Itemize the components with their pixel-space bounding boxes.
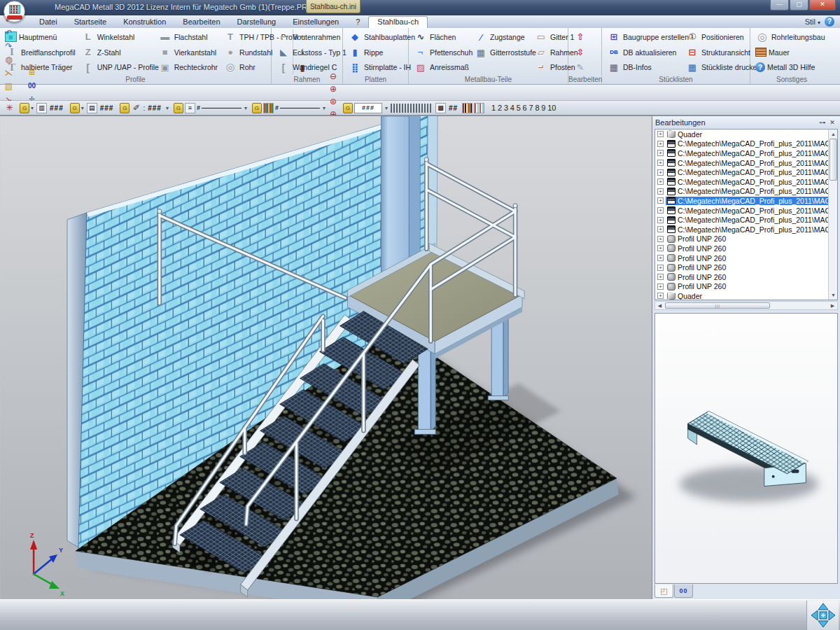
ini-file-tab[interactable]: Stahlbau-ch.ini xyxy=(306,0,360,13)
view-preset-button[interactable]: 3 xyxy=(504,104,508,112)
expand-icon[interactable]: + xyxy=(657,284,664,290)
color-swatch[interactable] xyxy=(407,104,409,113)
schnitt-bearbeiten-button[interactable] xyxy=(571,59,592,75)
expand-icon[interactable]: + xyxy=(657,141,664,147)
view-preset-button[interactable]: 6 xyxy=(523,104,527,112)
rahmen-button[interactable]: Rahmen xyxy=(532,45,568,60)
minimize-button[interactable]: — xyxy=(770,0,789,10)
mauer-button[interactable]: Mauer xyxy=(753,45,827,60)
strukturansicht-button[interactable]: Strukturansicht xyxy=(683,45,752,60)
tab-positions[interactable]: 00 xyxy=(674,584,693,598)
box-select-icon[interactable]: ▧ xyxy=(2,79,15,92)
layer-value-dropdown[interactable]: ### xyxy=(354,103,382,113)
menu-startseite[interactable]: Startseite xyxy=(66,17,115,27)
layer-bars-icon[interactable] xyxy=(474,103,484,113)
viewport-3d[interactable]: Z Y X xyxy=(0,115,652,599)
group2-mode-icon[interactable]: ▤ xyxy=(87,103,97,113)
view-preset-button[interactable]: 2 xyxy=(498,104,502,112)
view-preset-button[interactable]: 1 xyxy=(491,104,496,112)
menu-bearbeiten[interactable]: Bearbeiten xyxy=(174,17,228,27)
tab-preview[interactable]: ◰ xyxy=(654,584,673,598)
traeger-verschieben-button[interactable] xyxy=(571,45,592,60)
hscrollbar-thumb[interactable]: ||| xyxy=(665,302,770,309)
tree-item[interactable]: + Profil UNP 260 xyxy=(655,282,828,292)
tree-item[interactable]: + C:\Megatech\MegaCAD_Profi_plus_2011\MA… xyxy=(655,177,828,187)
expand-icon[interactable]: + xyxy=(657,274,664,280)
pfosten-button[interactable]: Pfosten xyxy=(532,59,568,75)
expand-icon[interactable]: + xyxy=(657,131,664,137)
style-selector[interactable]: Stil ▾ xyxy=(805,18,820,26)
snap-star-button[interactable]: ✳ xyxy=(3,102,16,115)
stueckliste-drucken-button[interactable]: Stückliste drucken xyxy=(683,59,752,75)
maximize-button[interactable]: ▢ xyxy=(790,0,808,10)
expand-icon[interactable]: + xyxy=(657,169,664,176)
tree-item[interactable]: + Profil UNP 260 xyxy=(655,234,828,244)
traeger-verlaengern-button[interactable] xyxy=(571,29,592,45)
expand-icon[interactable]: + xyxy=(657,226,664,232)
vierkantstahl-button[interactable]: Vierkantstahl xyxy=(156,45,220,60)
tree-item[interactable]: + C:\Megatech\MegaCAD_Profi_plus_2011\MA… xyxy=(655,148,828,158)
lock-linewidth-icon[interactable]: G xyxy=(174,103,183,113)
close-button[interactable]: ✕ xyxy=(809,0,836,10)
part-preview[interactable] xyxy=(654,313,838,584)
scroll-down-icon[interactable]: ▼ xyxy=(829,290,838,300)
view-preset-button[interactable]: 8 xyxy=(535,104,539,112)
undo-icon[interactable]: ↶ xyxy=(2,26,15,39)
zoom-button[interactable]: ⊕ xyxy=(327,83,340,95)
color-swatch[interactable] xyxy=(430,104,431,113)
gitterroststufe-button[interactable]: Gitterroststufe xyxy=(472,45,531,60)
tree-item[interactable]: + Quader xyxy=(655,130,828,139)
redo-icon[interactable]: ↷ xyxy=(2,39,15,52)
group1-mode-icon[interactable]: ▥ xyxy=(36,103,47,113)
lock-group2-icon[interactable]: G xyxy=(70,103,80,113)
view-preset-button[interactable]: 4 xyxy=(510,104,514,112)
scroll-left-icon[interactable]: ◀ xyxy=(655,302,664,309)
stirnplatte-ih-button[interactable]: Stirnplatte - IH xyxy=(346,59,417,75)
color-swatch[interactable] xyxy=(402,104,403,113)
color-swatch[interactable] xyxy=(405,104,406,113)
voutenrahmen-button[interactable]: Voutenrahmen xyxy=(274,29,349,45)
tree-item[interactable]: + Profil UNP 260 xyxy=(655,244,828,253)
z-stahl-button[interactable]: Z-Stahl xyxy=(79,45,155,60)
db-infos-button[interactable]: DB-Infos xyxy=(605,59,682,75)
pen-bars-icon[interactable] xyxy=(462,103,472,113)
color-swatch[interactable] xyxy=(427,104,428,113)
tree-item[interactable]: + C:\Megatech\MegaCAD_Profi_plus_2011\MA… xyxy=(655,225,828,234)
color-swatch[interactable] xyxy=(424,104,426,113)
menu-konstruktion[interactable]: Konstruktion xyxy=(115,17,174,27)
color-swatch[interactable] xyxy=(410,104,412,113)
stahlbauplatten-button[interactable]: Stahlbauplatten xyxy=(346,29,417,45)
expand-icon[interactable]: + xyxy=(657,178,664,185)
eckstoss-typ1-button[interactable]: Eckstoss - Typ 1 xyxy=(274,45,349,60)
tree-item[interactable]: + C:\Megatech\MegaCAD_Profi_plus_2011\MA… xyxy=(655,167,828,177)
expand-icon[interactable]: + xyxy=(657,217,664,223)
line-width-preview[interactable]: # xyxy=(197,104,241,113)
expand-icon[interactable]: + xyxy=(657,245,664,251)
expand-icon[interactable]: + xyxy=(657,150,664,156)
expand-icon[interactable]: + xyxy=(657,255,664,261)
color-swatch[interactable] xyxy=(421,104,423,113)
view-preset-button[interactable]: 10 xyxy=(547,104,556,112)
menu-stahlbau-ch[interactable]: Stahlbau-ch xyxy=(368,16,428,28)
scroll-up-icon[interactable]: ▲ xyxy=(829,130,838,139)
help-icon[interactable]: ? xyxy=(825,17,834,27)
tree-item[interactable]: + C:\Megatech\MegaCAD_Profi_plus_2011\MA… xyxy=(655,158,828,168)
color-swatch[interactable] xyxy=(399,104,400,113)
tree-item[interactable]: + C:\Megatech\MegaCAD_Profi_plus_2011\MA… xyxy=(655,196,828,206)
color-grid-icon[interactable] xyxy=(263,103,274,113)
zugstange-button[interactable]: Zugstange xyxy=(472,29,531,45)
unp-uap-profile-button[interactable]: UNP /UAP - Profile xyxy=(79,59,155,75)
pen-style-button[interactable]: ✐ xyxy=(130,102,143,115)
expand-icon[interactable]: + xyxy=(657,188,664,195)
panel-close-icon[interactable]: ✕ xyxy=(827,118,837,127)
lock-group1-icon[interactable]: G xyxy=(20,103,29,113)
expand-icon[interactable]: + xyxy=(657,197,664,204)
tree-horizontal-scrollbar[interactable]: ◀ ||| ▶ xyxy=(654,301,838,310)
tree-item[interactable]: + C:\Megatech\MegaCAD_Profi_plus_2011\MA… xyxy=(655,206,828,216)
measure-icon[interactable]: ⋋ xyxy=(2,66,15,79)
pins-icon[interactable]: 00 xyxy=(25,79,38,92)
scrollbar-thumb[interactable] xyxy=(830,139,837,181)
tree-vertical-scrollbar[interactable]: ▲ ▼ xyxy=(828,130,837,300)
positionieren-button[interactable]: Positionieren xyxy=(683,29,752,45)
line-type-preview[interactable]: # xyxy=(275,104,320,113)
